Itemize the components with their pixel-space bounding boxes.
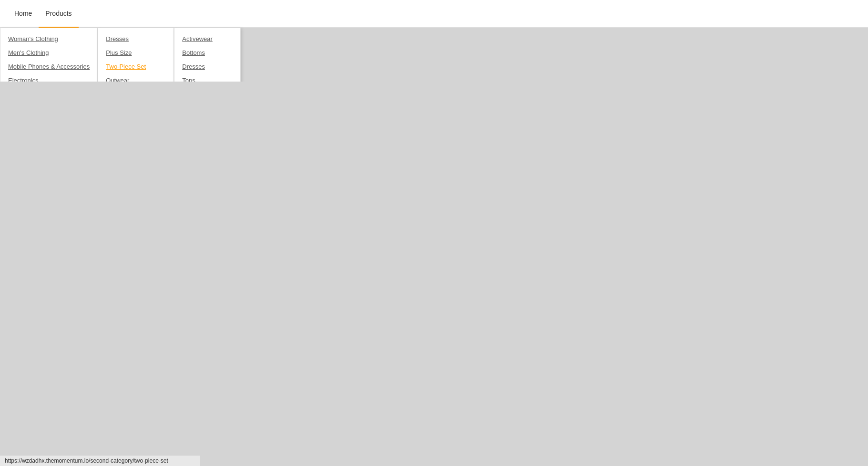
nav-home[interactable]: Home	[8, 0, 39, 28]
l2-item-outwear[interactable]: Outwear	[98, 73, 174, 82]
l2-item-two-piece-set[interactable]: Two-Piece Set	[98, 60, 174, 73]
l3-item-dresses[interactable]: Dresses	[174, 60, 240, 73]
l1-item-mobile-phones[interactable]: Mobile Phones & Accessories	[0, 60, 97, 73]
l1-item-womans-clothing[interactable]: Woman's Clothing	[0, 32, 97, 46]
l3-item-tops[interactable]: Tops	[174, 73, 240, 82]
l2-item-dresses[interactable]: Dresses	[98, 32, 174, 46]
l3-item-activewear[interactable]: Activewear	[174, 32, 240, 46]
nav-products[interactable]: Products	[39, 0, 78, 28]
dropdown-l1: Woman's ClothingMen's ClothingMobile Pho…	[0, 28, 98, 82]
dropdown-l3: ActivewearBottomsDressesTopsLingerieSlee…	[174, 28, 241, 82]
l3-item-bottoms[interactable]: Bottoms	[174, 46, 240, 60]
l2-item-plus-size[interactable]: Plus Size	[98, 46, 174, 60]
l1-item-electronics[interactable]: Electronics	[0, 73, 97, 82]
dropdown-container: Woman's ClothingMen's ClothingMobile Pho…	[0, 28, 241, 82]
navbar: Home Products Woman's ClothingMen's Clot…	[0, 0, 868, 28]
l1-item-mens-clothing[interactable]: Men's Clothing	[0, 46, 97, 60]
dropdown-l2: DressesPlus SizeTwo-Piece SetOutwearBott…	[98, 28, 174, 82]
